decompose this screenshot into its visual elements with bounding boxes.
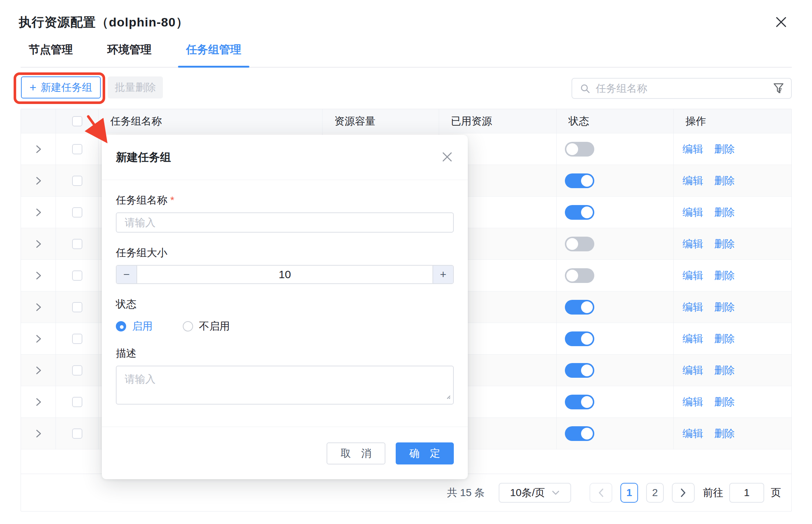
radio-disabled[interactable]: 不启用 (183, 319, 230, 333)
goto-page-input[interactable] (729, 483, 764, 503)
status-cell (557, 165, 674, 197)
edit-link[interactable]: 编辑 (683, 205, 703, 219)
actions-cell: 编辑删除 (674, 133, 791, 165)
row-checkbox[interactable] (72, 207, 82, 218)
create-task-group-modal: 新建任务组 任务组名称 * 任务组大小 − 10 + 状态 启用 (102, 135, 468, 479)
expand-row-icon[interactable] (33, 239, 43, 249)
status-cell (557, 291, 674, 323)
task-group-name-input[interactable] (116, 212, 454, 233)
required-mark: * (170, 194, 174, 206)
status-toggle[interactable] (565, 268, 594, 283)
toggle-knob (581, 301, 593, 313)
status-toggle[interactable] (565, 331, 594, 346)
page-button-1[interactable]: 1 (620, 483, 638, 503)
header-expand-column (21, 109, 56, 133)
row-checkbox[interactable] (72, 270, 82, 281)
status-toggle[interactable] (565, 300, 594, 315)
edit-link[interactable]: 编辑 (683, 142, 703, 156)
stepper-increase-button[interactable]: + (432, 266, 453, 283)
delete-link[interactable]: 删除 (714, 142, 735, 156)
modal-close-icon[interactable] (439, 149, 455, 165)
expand-row-icon[interactable] (33, 208, 43, 217)
table-header-row: 任务组名称 资源容量 已用资源 状态 操作 (21, 109, 791, 133)
filter-icon[interactable] (773, 82, 784, 95)
search-box (571, 78, 792, 99)
expand-row-icon[interactable] (33, 176, 43, 186)
delete-link[interactable]: 删除 (714, 363, 735, 377)
delete-link[interactable]: 删除 (714, 332, 735, 346)
select-cell (56, 228, 99, 260)
status-toggle[interactable] (565, 173, 594, 188)
edit-link[interactable]: 编辑 (683, 363, 703, 377)
expand-row-icon[interactable] (33, 366, 43, 375)
expand-row-icon[interactable] (33, 429, 43, 438)
status-toggle[interactable] (565, 142, 594, 157)
edit-link[interactable]: 编辑 (683, 237, 703, 251)
tab-0[interactable]: 节点管理 (21, 42, 81, 67)
description-textarea-wrap (116, 366, 454, 405)
confirm-button[interactable]: 确 定 (396, 442, 454, 464)
expand-row-icon[interactable] (33, 271, 43, 280)
description-textarea[interactable] (116, 366, 454, 405)
expand-row-icon[interactable] (33, 397, 43, 407)
edit-link[interactable]: 编辑 (683, 427, 703, 441)
status-toggle[interactable] (565, 426, 594, 441)
delete-link[interactable]: 删除 (714, 427, 735, 441)
delete-link[interactable]: 删除 (714, 205, 735, 219)
expand-row-icon[interactable] (33, 144, 43, 154)
status-cell (557, 323, 674, 355)
edit-link[interactable]: 编辑 (683, 269, 703, 283)
row-checkbox[interactable] (72, 397, 82, 407)
expand-row-icon[interactable] (33, 302, 43, 312)
select-all-checkbox[interactable] (72, 116, 82, 126)
select-cell (56, 291, 99, 323)
page-title: 执行资源配置（dolphin-80） (19, 14, 189, 31)
edit-link[interactable]: 编辑 (683, 174, 703, 188)
description-field-label: 描述 (116, 347, 454, 360)
header-used: 已用资源 (439, 109, 557, 133)
row-checkbox[interactable] (72, 144, 82, 154)
close-icon[interactable] (772, 13, 790, 31)
select-cell (56, 355, 99, 386)
batch-delete-button[interactable]: 批量删除 (108, 76, 163, 98)
row-checkbox[interactable] (72, 176, 82, 186)
prev-page-button[interactable] (590, 483, 612, 503)
page-button-2[interactable]: 2 (646, 483, 664, 503)
page-size-select[interactable]: 10条/页 (499, 483, 571, 503)
delete-link[interactable]: 删除 (714, 269, 735, 283)
status-toggle[interactable] (565, 363, 594, 378)
status-toggle[interactable] (565, 237, 594, 251)
toggle-knob (581, 428, 593, 439)
actions-cell: 编辑删除 (674, 260, 791, 291)
next-page-button[interactable] (672, 483, 695, 503)
plus-icon: + (29, 82, 36, 93)
tab-1[interactable]: 环境管理 (99, 42, 160, 67)
row-checkbox[interactable] (72, 428, 82, 439)
edit-link[interactable]: 编辑 (683, 395, 703, 409)
stepper-decrease-button[interactable]: − (117, 266, 137, 283)
stepper-value[interactable]: 10 (137, 266, 432, 283)
row-checkbox[interactable] (72, 365, 82, 376)
radio-enabled-label: 启用 (132, 319, 153, 333)
status-toggle[interactable] (565, 395, 594, 409)
delete-link[interactable]: 删除 (714, 395, 735, 409)
delete-link[interactable]: 删除 (714, 174, 735, 188)
create-task-group-button[interactable]: + 新建任务组 (21, 76, 101, 98)
status-toggle[interactable] (565, 205, 594, 220)
plus-icon: + (440, 268, 446, 281)
delete-link[interactable]: 删除 (714, 237, 735, 251)
expand-cell (21, 165, 56, 197)
radio-enabled[interactable]: 启用 (116, 319, 153, 333)
row-checkbox[interactable] (72, 334, 82, 344)
row-checkbox[interactable] (72, 302, 82, 312)
expand-cell (21, 133, 56, 165)
search-input[interactable] (596, 83, 773, 94)
edit-link[interactable]: 编辑 (683, 332, 703, 346)
header-actions: 操作 (674, 109, 791, 133)
row-checkbox[interactable] (72, 239, 82, 249)
edit-link[interactable]: 编辑 (683, 300, 703, 314)
expand-row-icon[interactable] (33, 334, 43, 344)
delete-link[interactable]: 删除 (714, 300, 735, 314)
tab-2[interactable]: 任务组管理 (178, 42, 249, 67)
cancel-button[interactable]: 取 消 (327, 442, 385, 464)
